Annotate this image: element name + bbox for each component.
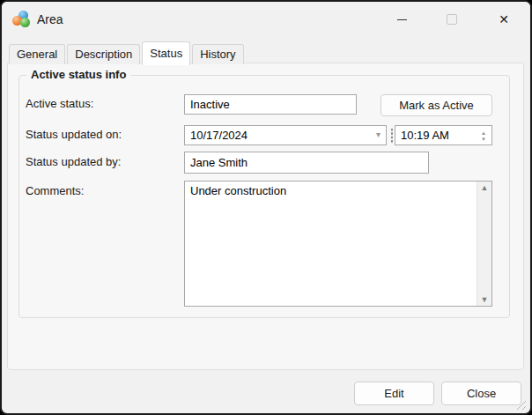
- minimize-icon: [397, 19, 407, 20]
- close-dialog-button[interactable]: Close: [441, 382, 521, 405]
- mark-as-active-button[interactable]: Mark as Active: [381, 94, 492, 116]
- titlebar: Area ✕: [2, 2, 530, 39]
- active-status-field[interactable]: [184, 94, 357, 115]
- status-updated-by-label: Status updated by:: [26, 155, 121, 168]
- maximize-icon: [447, 14, 457, 25]
- chevron-down-icon: ▾: [376, 125, 381, 144]
- tab-history[interactable]: History: [192, 44, 243, 64]
- green-ball-icon: [20, 18, 30, 27]
- comments-scrollbar[interactable]: ▲ ▼: [477, 182, 491, 306]
- datetime-splitter-grip[interactable]: [390, 128, 394, 143]
- screen: { "window": { "title": "Area", "close_ic…: [0, 0, 532, 415]
- tab-strip: General Description Status History: [9, 40, 246, 64]
- app-icon: [12, 11, 30, 28]
- maximize-button: [436, 7, 468, 32]
- window-title: Area: [37, 12, 63, 26]
- comments-field[interactable]: Under construction: [185, 182, 477, 306]
- date-value: 10/17/2024: [190, 129, 248, 142]
- active-status-info-group: Active status info Active status: Mark a…: [18, 75, 510, 318]
- comments-box: Under construction ▲ ▼: [184, 181, 492, 307]
- scroll-down-icon[interactable]: ▼: [481, 295, 489, 304]
- tab-general[interactable]: General: [9, 44, 65, 64]
- time-value: 10:19 AM: [401, 129, 449, 142]
- time-picker[interactable]: 10:19 AM ▴ ▾: [395, 125, 492, 145]
- status-tab-panel: Active status info Active status: Mark a…: [7, 63, 524, 370]
- area-dialog: Area ✕ General Description Status Histor…: [0, 0, 532, 415]
- minimize-button[interactable]: [386, 7, 417, 32]
- comments-label: Comments:: [26, 184, 84, 197]
- edit-button[interactable]: Edit: [354, 382, 434, 405]
- tab-description[interactable]: Description: [67, 44, 140, 64]
- date-picker[interactable]: 10/17/2024 ▾: [184, 125, 387, 145]
- active-status-label: Active status:: [26, 97, 93, 110]
- group-title: Active status info: [26, 68, 130, 81]
- time-spinner[interactable]: ▴ ▾: [478, 127, 489, 144]
- spin-down-icon[interactable]: ▾: [482, 136, 485, 142]
- tab-status[interactable]: Status: [142, 41, 190, 65]
- close-button[interactable]: ✕: [488, 7, 520, 32]
- status-updated-on-label: Status updated on:: [26, 128, 122, 141]
- close-icon: ✕: [499, 13, 509, 26]
- scroll-up-icon[interactable]: ▲: [481, 183, 489, 192]
- status-updated-by-field[interactable]: [184, 152, 429, 174]
- spin-up-icon[interactable]: ▴: [482, 130, 485, 136]
